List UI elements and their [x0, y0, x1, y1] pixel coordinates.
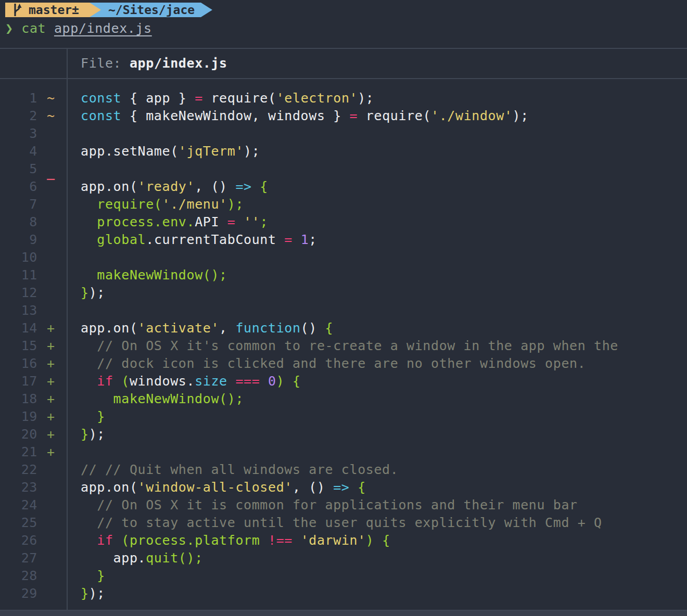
line-number: 23 [0, 479, 37, 496]
git-marker [37, 266, 67, 284]
git-marker [37, 461, 67, 479]
code-text: app.setName('jqTerm'); [67, 143, 687, 160]
code-text: app.on('activate', function() { [67, 319, 687, 337]
line-number: 18 [0, 390, 37, 408]
line-number: 13 [0, 302, 37, 319]
code-text: const { makeNewWindow, windows } = requi… [67, 107, 687, 125]
code-text: }); [67, 284, 687, 302]
git-marker: + [37, 443, 67, 461]
code-line: 1~const { app } = require('electron'); [0, 89, 687, 107]
line-number: 9 [0, 231, 37, 249]
code-line: 16+ // dock icon is clicked and there ar… [0, 355, 687, 373]
git-marker [37, 284, 67, 302]
code-text: process.env.API = ''; [67, 213, 687, 231]
code-line: 25 // to stay active until the user quit… [0, 514, 687, 532]
code-text: }); [67, 585, 687, 602]
line-number: 11 [0, 266, 37, 284]
cwd-label: ~/Sites/jace [108, 3, 195, 17]
code-text: } [67, 408, 687, 426]
code-line: 4app.setName('jqTerm'); [0, 143, 687, 160]
header-bottom-border [0, 78, 687, 79]
code-line: 20+}); [0, 426, 687, 443]
code-line: 23app.on('window-all-closed', () => { [0, 479, 687, 496]
code-text: app.on('window-all-closed', () => { [67, 479, 687, 496]
code-text [67, 302, 687, 319]
terminal-window[interactable]: master± ~/Sites/jace ❯ cat app/index.js … [0, 0, 687, 616]
git-marker: + [37, 390, 67, 408]
git-marker: ~ [37, 89, 67, 107]
powerline-separator-icon [201, 3, 212, 17]
code-text: app.quit(); [67, 549, 687, 567]
code-text: global.currentTabCount = 1; [67, 231, 687, 249]
code-text: } [67, 567, 687, 585]
command-argument: app/index.js [54, 21, 152, 36]
code-text [67, 443, 687, 461]
code-line: 9 global.currentTabCount = 1; [0, 231, 687, 249]
line-number: 3 [0, 125, 37, 143]
code-line: 21+ [0, 443, 687, 461]
line-number: 10 [0, 249, 37, 266]
code-line: 10 [0, 249, 687, 266]
code-line: 26 if (process.platform !== 'darwin') { [0, 532, 687, 549]
code-line: 27 app.quit(); [0, 549, 687, 567]
command-text: cat [21, 21, 46, 36]
git-marker [37, 213, 67, 231]
line-number: 21 [0, 443, 37, 461]
code-line: 8 process.env.API = ''; [0, 213, 687, 231]
code-text: }); [67, 426, 687, 443]
file-header-label: File: [81, 56, 130, 71]
file-header-filename: app/index.js [130, 56, 227, 71]
code-text: require('./menu'); [67, 196, 687, 213]
git-marker: + [37, 408, 67, 426]
git-marker: + [37, 355, 67, 373]
code-line: 11 makeNewWindow(); [0, 266, 687, 284]
bottom-strip [0, 611, 687, 616]
git-marker: ~ [37, 107, 67, 125]
code-line: 3 [0, 125, 687, 143]
code-line: 28 } [0, 567, 687, 585]
code-line: 7 require('./menu'); [0, 196, 687, 213]
code-text: // // Quit when all windows are closed. [67, 461, 687, 479]
line-number: 20 [0, 426, 37, 443]
git-marker [37, 196, 67, 213]
line-number: 26 [0, 532, 37, 549]
prompt-chevron-icon: ❯ [5, 21, 14, 36]
code-line: 14+app.on('activate', function() { [0, 319, 687, 337]
line-number: 5 [0, 160, 37, 178]
line-number: 25 [0, 514, 37, 532]
line-number: 4 [0, 143, 37, 160]
git-marker: _ [37, 164, 67, 182]
code-line: 5_ [0, 160, 687, 178]
code-text: makeNewWindow(); [67, 390, 687, 408]
line-number: 29 [0, 585, 37, 602]
git-marker [37, 479, 67, 496]
code-text: const { app } = require('electron'); [67, 89, 687, 107]
code-text [67, 249, 687, 266]
line-number: 8 [0, 213, 37, 231]
code-line: 2~const { makeNewWindow, windows } = req… [0, 107, 687, 125]
line-number: 17 [0, 373, 37, 390]
line-number: 19 [0, 408, 37, 426]
git-marker: + [37, 373, 67, 390]
line-number: 7 [0, 196, 37, 213]
powerline-separator-icon [90, 3, 101, 17]
code-line: 24 // On OS X it is common for applicati… [0, 496, 687, 514]
git-marker [37, 125, 67, 143]
file-header: File: app/index.js [81, 49, 227, 78]
git-marker: + [37, 337, 67, 355]
line-number: 28 [0, 567, 37, 585]
git-marker: + [37, 426, 67, 443]
shell-prompt: master± ~/Sites/jace [5, 3, 212, 17]
git-marker [37, 567, 67, 585]
git-marker [37, 302, 67, 319]
line-number: 15 [0, 337, 37, 355]
line-number: 16 [0, 355, 37, 373]
git-branch-icon [12, 3, 22, 17]
code-text [67, 125, 687, 143]
code-text: if (windows.size === 0) { [67, 373, 687, 390]
line-number: 1 [0, 89, 37, 107]
code-line: 6app.on('ready', () => { [0, 178, 687, 196]
code-line: 29}); [0, 585, 687, 602]
command-line[interactable]: ❯ cat app/index.js [5, 20, 152, 37]
code-text: if (process.platform !== 'darwin') { [67, 532, 687, 549]
